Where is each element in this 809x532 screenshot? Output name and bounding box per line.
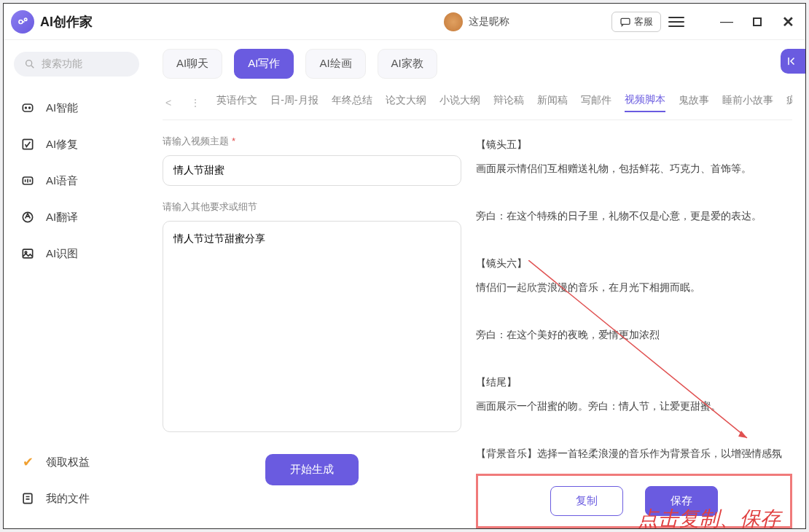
save-button[interactable]: 保存 [645, 486, 718, 516]
output-line: 【结尾】 [476, 372, 785, 392]
template-prev-button[interactable]: < [163, 97, 174, 109]
output-panel: 【镜头五】 画面展示情侣们互相赠送礼物，包括鲜花、巧克力、首饰等。 旁白：在这个… [476, 135, 792, 528]
svg-point-3 [26, 60, 32, 66]
files-icon [20, 490, 36, 506]
benefit-icon: ✔ [20, 454, 36, 470]
template-item[interactable]: 日-周-月报 [270, 94, 318, 112]
app-logo [11, 10, 34, 34]
detail-label: 请输入其他要求或细节 [163, 200, 461, 214]
sidebar-item-label: AI识图 [46, 247, 78, 261]
sidebar-item-label: 我的文件 [46, 492, 90, 506]
sidebar: 搜索功能 AI智能 AI修复 AI语音 AI翻译 AI识图 [4, 40, 149, 528]
svg-point-1 [25, 18, 27, 20]
main-area: AI聊天 AI写作 AI绘画 AI家教 < ⋮ 英语作文 日-周-月报 年终总结… [149, 40, 805, 528]
output-line: 【镜头五】 [476, 135, 785, 154]
output-line: 情侣们一起欣赏浪漫的音乐，在月光下相拥而眠。 [476, 278, 785, 297]
template-item[interactable]: 睡前小故事 [722, 94, 773, 112]
topic-input[interactable] [163, 155, 461, 186]
ai-repair-icon [20, 136, 36, 152]
template-item[interactable]: 论文大纲 [386, 94, 426, 112]
topic-label: 请输入视频主题* [163, 135, 461, 148]
sidebar-item-label: AI语音 [46, 174, 78, 188]
sidebar-item-ai-smart[interactable]: AI智能 [14, 90, 139, 126]
output-line: 画面展示一个甜蜜的吻。旁白：情人节，让爱更甜蜜。 [476, 396, 785, 416]
ai-voice-icon [20, 173, 36, 189]
window-minimize-button[interactable]: ― [716, 12, 737, 32]
user-avatar[interactable] [444, 12, 463, 31]
ai-image-icon [20, 246, 36, 262]
svg-point-5 [26, 107, 27, 109]
output-line: 【镜头六】 [476, 254, 785, 273]
tab-ai-write[interactable]: AI写作 [234, 49, 294, 79]
sidebar-item-label: AI智能 [46, 101, 78, 115]
sidebar-item-files[interactable]: 我的文件 [14, 480, 139, 517]
template-item[interactable]: 辩论稿 [493, 94, 524, 112]
titlebar: AI创作家 这是昵称 客服 ― ✕ [4, 4, 805, 40]
svg-point-0 [19, 20, 23, 23]
output-line: 画面展示情侣们互相赠送礼物，包括鲜花、巧克力、首饰等。 [476, 159, 785, 179]
output-text[interactable]: 【镜头五】 画面展示情侣们互相赠送礼物，包括鲜花、巧克力、首饰等。 旁白：在这个… [476, 135, 792, 463]
template-item[interactable]: 写邮件 [581, 94, 611, 112]
customer-service-button[interactable]: 客服 [611, 12, 661, 32]
sidebar-item-ai-image[interactable]: AI识图 [14, 235, 139, 272]
template-item[interactable]: 鬼故事 [679, 94, 709, 112]
detail-textarea[interactable] [163, 221, 461, 432]
template-more-icon[interactable]: ⋮ [187, 97, 203, 109]
output-line: 旁白：在这个特殊的日子里，礼物不仅是心意，更是爱的表达。 [476, 206, 785, 226]
action-button-box: 复制 保存 [476, 474, 792, 528]
svg-point-6 [29, 107, 31, 109]
sidebar-item-label: AI修复 [46, 138, 78, 152]
svg-rect-10 [23, 249, 32, 258]
ai-smart-icon [20, 100, 36, 116]
sidebar-item-ai-translate[interactable]: AI翻译 [14, 199, 139, 235]
template-item[interactable]: 小说大纲 [439, 94, 480, 112]
input-panel: 请输入视频主题* 请输入其他要求或细节 开始生成 [163, 135, 461, 528]
search-icon [24, 58, 36, 70]
search-placeholder: 搜索功能 [42, 58, 82, 71]
svg-rect-13 [788, 58, 789, 66]
chat-icon [620, 16, 631, 28]
output-line: 【背景音乐】选择一首轻柔浪漫的音乐作为背景音乐，以增强情感氛围。 [476, 444, 785, 463]
tab-ai-draw[interactable]: AI绘画 [305, 49, 365, 79]
output-line: 旁白：在这个美好的夜晚，爱情更加浓烈 [476, 325, 785, 345]
sidebar-item-ai-repair[interactable]: AI修复 [14, 126, 139, 163]
template-item[interactable]: 英语作文 [216, 94, 257, 112]
sidebar-item-label: 领取权益 [46, 455, 90, 469]
search-input[interactable]: 搜索功能 [14, 52, 139, 77]
back-arrow-icon [786, 55, 800, 68]
tab-ai-chat[interactable]: AI聊天 [163, 49, 222, 79]
window-maximize-button[interactable] [747, 12, 767, 32]
sidebar-item-label: AI翻译 [46, 211, 78, 224]
back-button[interactable] [781, 49, 805, 74]
tab-ai-tutor[interactable]: AI家教 [378, 49, 437, 79]
sidebar-item-benefit[interactable]: ✔ 领取权益 [14, 444, 139, 480]
template-tabs: < ⋮ 英语作文 日-周-月报 年终总结 论文大纲 小说大纲 辩论稿 新闻稿 写… [163, 89, 792, 120]
mode-tabs: AI聊天 AI写作 AI绘画 AI家教 [163, 49, 792, 79]
template-item[interactable]: 新闻稿 [537, 94, 568, 112]
copy-button[interactable]: 复制 [550, 486, 623, 516]
template-item-active[interactable]: 视频脚本 [625, 93, 665, 112]
user-nickname: 这是昵称 [469, 15, 509, 28]
app-title: AI创作家 [40, 13, 93, 31]
ai-translate-icon [20, 209, 36, 225]
svg-rect-4 [23, 104, 32, 112]
customer-service-label: 客服 [634, 15, 653, 28]
hamburger-menu-icon[interactable] [668, 14, 684, 30]
svg-rect-2 [621, 18, 630, 24]
generate-button[interactable]: 开始生成 [265, 454, 359, 485]
template-item[interactable]: 年终总结 [332, 94, 372, 112]
template-item[interactable]: 疯 [786, 94, 792, 112]
window-close-button[interactable]: ✕ [778, 12, 798, 32]
sidebar-item-ai-voice[interactable]: AI语音 [14, 163, 139, 199]
